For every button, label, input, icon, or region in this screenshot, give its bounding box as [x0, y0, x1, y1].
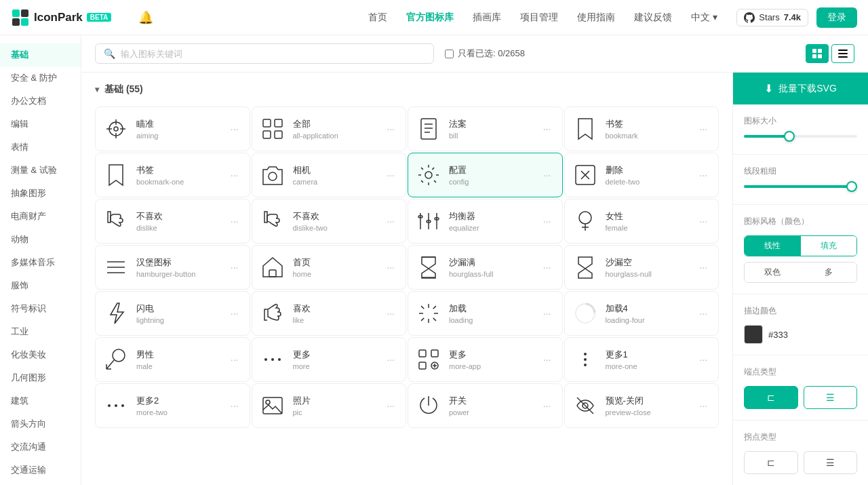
icon-more-button[interactable]: ···	[384, 307, 397, 320]
nav-feedback[interactable]: 建议反馈	[634, 12, 672, 24]
size-slider-thumb[interactable]	[784, 131, 795, 142]
icon-card[interactable]: 沙漏满 hourglass-full ···	[408, 245, 563, 290]
icon-card[interactable]: 不喜欢 dislike ···	[95, 199, 250, 244]
icon-more-button[interactable]: ···	[540, 399, 554, 412]
anchor-flat-button[interactable]: ☰	[804, 451, 858, 474]
icon-more-button[interactable]: ···	[696, 168, 710, 182]
nav-iconlib[interactable]: 官方图标库	[406, 12, 454, 24]
grid-view-button[interactable]	[806, 44, 829, 63]
icon-more-button[interactable]: ···	[540, 214, 554, 228]
filter-check[interactable]: 只看已选: 0/2658	[445, 47, 525, 60]
sidebar-item-办公文档[interactable]: 办公文档	[0, 90, 81, 113]
icon-card[interactable]: 男性 male ···	[95, 337, 250, 382]
icon-card[interactable]: 瞄准 aiming ···	[95, 106, 250, 151]
icon-more-button[interactable]: ···	[696, 214, 710, 228]
sidebar-item-建筑[interactable]: 建筑	[0, 389, 81, 412]
icon-more-button[interactable]: ···	[228, 122, 241, 136]
sidebar-item-多媒体音乐[interactable]: 多媒体音乐	[0, 251, 81, 274]
icon-card[interactable]: 更多2 more-two ···	[95, 383, 250, 428]
sidebar-item-表情[interactable]: 表情	[0, 136, 81, 159]
login-button[interactable]: 登录	[816, 7, 857, 28]
icon-more-button[interactable]: ···	[540, 122, 554, 136]
search-input[interactable]	[121, 49, 425, 59]
filter-checkbox[interactable]	[445, 50, 454, 58]
icon-card[interactable]: 女性 female ···	[564, 199, 719, 244]
icon-card[interactable]: 全部 all-application ···	[252, 106, 407, 151]
icon-more-button[interactable]: ···	[540, 260, 554, 274]
icon-card[interactable]: 法案 bill ···	[408, 106, 563, 151]
icon-card[interactable]: 加载4 loading-four ···	[564, 291, 719, 336]
icon-more-button[interactable]: ···	[228, 168, 241, 182]
nav-guide[interactable]: 使用指南	[577, 12, 615, 24]
sidebar-item-动物[interactable]: 动物	[0, 228, 81, 251]
icon-card[interactable]: 喜欢 like ···	[252, 291, 407, 336]
icon-more-button[interactable]: ···	[696, 307, 710, 320]
sidebar-item-测量 & 试验[interactable]: 测量 & 试验	[0, 159, 81, 182]
list-view-button[interactable]	[831, 44, 854, 63]
icon-card[interactable]: 更多 more ···	[252, 337, 407, 382]
icon-more-button[interactable]: ···	[384, 399, 397, 412]
sidebar-item-化妆美妆[interactable]: 化妆美妆	[0, 343, 81, 366]
icon-card[interactable]: 闪电 lightning ···	[95, 291, 250, 336]
icon-card[interactable]: 更多1 more-one ···	[564, 337, 719, 382]
sidebar-item-工业[interactable]: 工业	[0, 320, 81, 343]
icon-more-button[interactable]: ···	[384, 353, 397, 366]
icon-card[interactable]: 删除 delete-two ···	[564, 153, 719, 197]
icon-card[interactable]: 加载 loading ···	[408, 291, 563, 336]
icon-more-button[interactable]: ···	[384, 260, 397, 274]
icon-card[interactable]: 开关 power ···	[408, 383, 563, 428]
search-input-wrap[interactable]: 🔍	[95, 43, 434, 64]
nav-language[interactable]: 中文 ▾	[691, 12, 717, 24]
sidebar-item-交通运输[interactable]: 交通运输	[0, 459, 81, 482]
icon-more-button[interactable]: ···	[228, 399, 241, 412]
icon-more-button[interactable]: ···	[228, 260, 241, 274]
github-button[interactable]: Stars 7.4k	[736, 9, 808, 26]
endpoint-round-button[interactable]: ⊏	[744, 386, 798, 409]
bell-icon[interactable]: 🔔	[138, 10, 153, 25]
sidebar-item-符号标识[interactable]: 符号标识	[0, 297, 81, 320]
sidebar-item-编辑[interactable]: 编辑	[0, 113, 81, 136]
icon-more-button[interactable]: ···	[696, 122, 710, 136]
sidebar-item-安全 & 防护[interactable]: 安全 & 防护	[0, 66, 81, 90]
nav-project[interactable]: 项目管理	[520, 12, 558, 24]
sidebar-item-交流沟通[interactable]: 交流沟通	[0, 435, 81, 459]
color-swatch[interactable]	[744, 325, 763, 344]
icon-more-button[interactable]: ···	[540, 168, 554, 182]
sidebar-item-电商财产[interactable]: 电商财产	[0, 205, 81, 228]
style-fill-button[interactable]: 填充	[801, 236, 857, 256]
icon-card[interactable]: 预览-关闭 preview-close ···	[564, 383, 719, 428]
icon-card[interactable]: 不喜欢 dislike-two ···	[252, 199, 407, 244]
icon-card[interactable]: 汉堡图标 hamburger-button ···	[95, 245, 250, 290]
icon-more-button[interactable]: ···	[228, 353, 241, 366]
icon-more-button[interactable]: ···	[384, 214, 397, 228]
download-svg-button[interactable]: ⬇ 批量下载SVG	[733, 73, 868, 104]
icon-more-button[interactable]: ···	[384, 122, 397, 136]
collapse-chevron[interactable]: ▾	[95, 85, 99, 94]
icon-more-button[interactable]: ···	[696, 260, 710, 274]
stroke-slider-thumb[interactable]	[846, 181, 857, 192]
sidebar-item-抽象图形[interactable]: 抽象图形	[0, 182, 81, 205]
icon-card[interactable]: 书签 bookmark-one ···	[95, 153, 250, 197]
icon-more-button[interactable]: ···	[540, 353, 554, 366]
nav-home[interactable]: 首页	[368, 12, 387, 24]
icon-more-button[interactable]: ···	[696, 399, 710, 412]
icon-card[interactable]: 相机 camera ···	[252, 153, 407, 197]
icon-more-button[interactable]: ···	[384, 168, 397, 182]
icon-more-button[interactable]: ···	[540, 307, 554, 320]
style-linear-button[interactable]: 线性	[745, 236, 801, 256]
icon-card[interactable]: 照片 pic ···	[252, 383, 407, 428]
style-two-button[interactable]: 双色	[745, 263, 801, 282]
sidebar-item-箭头方向[interactable]: 箭头方向	[0, 412, 81, 435]
icon-more-button[interactable]: ···	[228, 214, 241, 228]
style-more-button[interactable]: 多	[801, 263, 857, 282]
icon-more-button[interactable]: ···	[228, 307, 241, 320]
icon-card[interactable]: 首页 home ···	[252, 245, 407, 290]
endpoint-flat-button[interactable]: ☰	[804, 386, 858, 409]
icon-card[interactable]: 均衡器 equalizer ···	[408, 199, 563, 244]
icon-card[interactable]: 沙漏空 hourglass-null ···	[564, 245, 719, 290]
nav-illustration[interactable]: 插画库	[473, 12, 501, 24]
sidebar-item-服饰[interactable]: 服饰	[0, 274, 81, 297]
icon-more-button[interactable]: ···	[696, 353, 710, 366]
icon-card[interactable]: 更多 more-app ···	[408, 337, 563, 382]
icon-card[interactable]: 书签 bookmark ···	[564, 106, 719, 151]
